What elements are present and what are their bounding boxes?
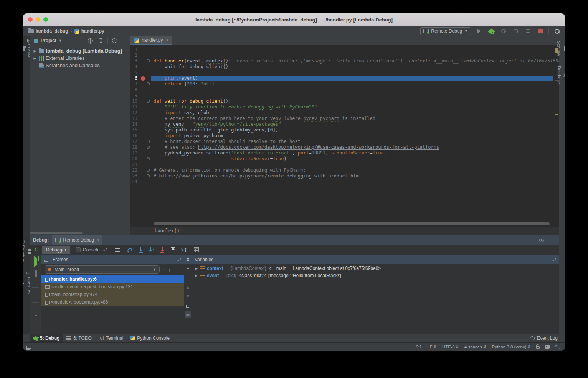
gutter[interactable] [137, 162, 151, 168]
gutter[interactable]: ˄ [137, 81, 151, 87]
variables-menu-button[interactable]: ≡ [184, 255, 192, 264]
tool-window-button-debug[interactable]: 5: Debug [30, 334, 63, 343]
hide-debug-button[interactable]: − [549, 237, 556, 243]
hide-panel-button[interactable]: − [121, 38, 128, 44]
gutter[interactable]: − [137, 139, 151, 145]
code-line-12[interactable]: 12 import sys, glob [130, 110, 553, 116]
gutter[interactable] [137, 110, 151, 116]
editor-hscrollbar[interactable] [130, 222, 559, 226]
code-line-4[interactable]: 4 wait_for_debug_client() [130, 64, 553, 70]
resume-button[interactable] [34, 258, 37, 265]
profile-button[interactable] [512, 27, 520, 35]
code-line-6[interactable]: 6 print(event) [130, 76, 553, 81]
expand-arrow-icon[interactable]: ▶ [195, 266, 198, 270]
minimize-window-button[interactable] [36, 17, 40, 22]
step-over-button[interactable] [126, 246, 135, 254]
gutter[interactable] [137, 70, 151, 76]
more-actions-button[interactable]: » [35, 313, 36, 317]
breakpoint-icon[interactable] [141, 76, 145, 81]
show-watches-toggle[interactable]: ∞ [185, 311, 191, 318]
gutter[interactable] [137, 133, 151, 139]
code-line-1[interactable]: 1 [130, 47, 553, 53]
indent-select[interactable]: 4 spaces⇵ [464, 345, 486, 349]
tab-debugger[interactable]: Debugger [42, 246, 70, 254]
frame-row[interactable]: handle_event_request, bootstrap.py:131 [41, 283, 184, 291]
caret-position[interactable]: 6:1 [416, 345, 422, 349]
code-line-9[interactable]: 9 [130, 93, 553, 99]
code-line-5[interactable]: 5 [130, 70, 553, 76]
focus-icon[interactable]: →* [176, 258, 181, 262]
code-line-8[interactable]: 8 [130, 87, 553, 93]
code-line-18[interactable]: 18˄ # see also: https://docs.docker.com/… [130, 145, 553, 150]
gutter[interactable]: − [137, 58, 151, 64]
evaluate-expression-button[interactable] [192, 246, 201, 254]
gutter[interactable] [137, 116, 151, 122]
stop-button[interactable] [536, 27, 545, 35]
variable-row[interactable]: ▶ context={LambdaContext}<__main__.Lambd… [192, 265, 559, 272]
coverage-button[interactable] [524, 27, 532, 35]
project-settings-button[interactable] [110, 36, 119, 45]
duplicate-watch-button[interactable] [184, 301, 192, 310]
force-step-into-button[interactable] [147, 246, 156, 254]
zoom-window-button[interactable] [43, 17, 48, 22]
encoding-select[interactable]: UTF-8⇵ [442, 345, 459, 349]
breadcrumb-project[interactable]: lambda_debug [28, 28, 68, 34]
frame-row[interactable]: main, bootstrap.py:474 [41, 291, 184, 298]
code-line-20[interactable]: 20˄ stderrToServer=True) [130, 156, 553, 162]
project-tree-item[interactable]: ▶ External Libraries [30, 54, 130, 62]
breadcrumb-file[interactable]: handler.py [74, 28, 104, 34]
run-button[interactable] [475, 27, 483, 35]
gutter[interactable] [137, 179, 151, 185]
code-line-7[interactable]: 7˄ return {200: "ok"} [130, 81, 553, 87]
code-line-16[interactable]: 16 import pydevd_pycharm [130, 133, 553, 139]
gutter[interactable]: − [137, 99, 151, 104]
code-editor[interactable]: 123−def handler(event, context): event: … [130, 45, 559, 222]
tab-console[interactable]: › Console →* [72, 246, 111, 254]
debug-button[interactable] [487, 27, 496, 35]
step-into-my-code-button[interactable] [158, 246, 167, 254]
gutter[interactable]: ˄ [137, 173, 151, 179]
gutter[interactable]: ˄ [137, 156, 151, 162]
line-ending-select[interactable]: LF⇵ [427, 345, 437, 349]
project-tree-item[interactable]: Scratches and Consoles [30, 62, 130, 69]
code-line-15[interactable]: 15 sys.path.insert(0, glob.glob(my_venv)… [130, 127, 553, 133]
add-watch-button[interactable]: + [184, 264, 192, 273]
run-config-select[interactable]: Remote Debug ▼ [420, 27, 471, 35]
fold-marker-icon[interactable]: ˄ [147, 146, 150, 149]
attach-button[interactable] [499, 27, 508, 35]
locate-file-button[interactable] [86, 36, 94, 45]
code-line-10[interactable]: 10−def wait_for_debug_client(): [130, 99, 553, 104]
fold-marker-icon[interactable]: − [147, 169, 150, 172]
layout-settings-button[interactable] [113, 246, 122, 254]
code-line-19[interactable]: 19 pydevd_pycharm.settrace('host.docker.… [130, 150, 553, 156]
move-watch-up-button[interactable]: ▲ [184, 282, 192, 291]
code-line-23[interactable]: 23˄# https://www.jetbrains.com/help/pych… [130, 173, 553, 179]
expand-arrow-icon[interactable]: ▶ [33, 56, 37, 60]
remove-watch-button[interactable]: − [184, 273, 192, 282]
fold-marker-icon[interactable]: ˄ [147, 174, 150, 177]
thread-select[interactable]: MainThread ▼ [45, 265, 160, 274]
lock-icon[interactable] [536, 346, 540, 349]
code-line-14[interactable]: 14 my_venv = "venv/lib/python*/site-pack… [130, 122, 553, 127]
close-window-button[interactable] [28, 17, 33, 22]
code-line-13[interactable]: 13 # enter the correct path here to your… [130, 116, 553, 122]
tool-window-button-terminal[interactable]: ›_Terminal [95, 334, 127, 343]
project-tree-item[interactable]: ▶ lambda_debug [Lambda Debug] [30, 47, 130, 54]
gutter[interactable] [137, 87, 151, 93]
tool-window-switcher-icon[interactable] [27, 345, 31, 349]
fold-marker-icon[interactable]: ˄ [147, 82, 150, 85]
move-watch-down-button[interactable]: ▼ [184, 291, 192, 301]
code-line-22[interactable]: 22−# General information on remote debug… [130, 168, 553, 173]
tool-window-button-python-console[interactable]: Python Console [127, 334, 173, 343]
gutter[interactable] [137, 127, 151, 133]
gutter[interactable]: ˄ [137, 145, 151, 150]
interpreter-select[interactable]: Python 3.8 (venv)⇵ [492, 345, 531, 349]
project-panel-title[interactable]: Project [41, 38, 56, 43]
step-out-button[interactable] [168, 246, 178, 254]
code-line-2[interactable]: 2 [130, 53, 553, 58]
gutter[interactable] [137, 104, 151, 110]
variable-row[interactable]: ▶ event={dict}<class 'dict'>: {'message'… [192, 272, 559, 279]
expand-arrow-icon[interactable]: ▶ [195, 274, 198, 278]
code-line-21[interactable]: 21 [130, 162, 553, 168]
update-icon[interactable]: ↻? [555, 343, 560, 350]
